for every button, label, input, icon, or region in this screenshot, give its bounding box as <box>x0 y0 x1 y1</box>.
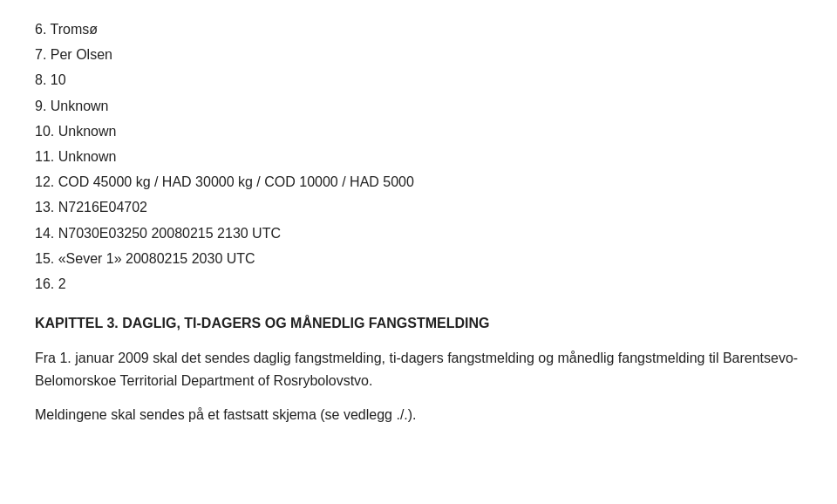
item-list: 6. Tromsø7. Per Olsen8. 109. Unknown10. … <box>35 17 802 296</box>
list-item-5: 11. Unknown <box>35 145 802 168</box>
list-item-2: 8. 10 <box>35 68 802 92</box>
list-item-0: 6. Tromsø <box>35 17 802 41</box>
paragraph-2: Meldingene skal sendes på et fastsatt sk… <box>35 404 802 426</box>
paragraphs-section: Fra 1. januar 2009 skal det sendes dagli… <box>35 347 802 426</box>
chapter-header: KAPITTEL 3. DAGLIG, TI-DAGERS OG MÅNEDLI… <box>35 311 802 335</box>
list-item-8: 14. N7030E03250 20080215 2130 UTC <box>35 221 802 245</box>
list-item-9: 15. «Sever 1» 20080215 2030 UTC <box>35 247 802 270</box>
main-content: 6. Tromsø7. Per Olsen8. 109. Unknown10. … <box>35 17 802 426</box>
list-item-3: 9. Unknown <box>35 94 802 118</box>
list-item-10: 16. 2 <box>35 272 802 296</box>
paragraph-1: Fra 1. januar 2009 skal det sendes dagli… <box>35 347 802 392</box>
list-item-4: 10. Unknown <box>35 119 802 143</box>
list-item-1: 7. Per Olsen <box>35 43 802 66</box>
chapter-title: KAPITTEL 3. DAGLIG, TI-DAGERS OG MÅNEDLI… <box>35 311 802 335</box>
list-item-6: 12. COD 45000 kg / HAD 30000 kg / COD 10… <box>35 170 802 194</box>
list-item-7: 13. N7216E04702 <box>35 195 802 219</box>
